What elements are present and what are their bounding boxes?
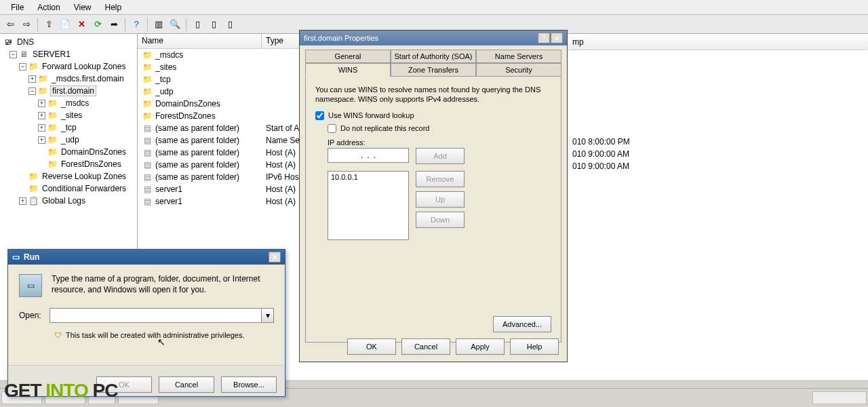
tree-zone1[interactable]: +📁_msdcs.first.domain	[0, 73, 137, 85]
menubar: File Action View Help	[0, 0, 868, 15]
refresh-icon[interactable]: ⟳	[90, 17, 105, 32]
tab-soa[interactable]: Start of Authority (SOA)	[391, 50, 476, 63]
run-desc: Type the name of a program, folder, docu…	[52, 274, 274, 297]
record-icon: ▤	[142, 172, 153, 182]
cancel-button[interactable]: Cancel	[159, 376, 214, 393]
up-icon[interactable]: ⇧	[41, 17, 56, 32]
list-item[interactable]: 010 9:00:00 AM	[568, 160, 867, 172]
apply-button[interactable]: Apply	[456, 338, 505, 355]
tab-wins[interactable]: WINS	[305, 63, 391, 77]
record-icon: ▤	[142, 148, 153, 157]
help-button[interactable]: Help	[510, 338, 559, 355]
tab-body: You can use WINS to resolve names not fo…	[305, 77, 561, 343]
chk-use-wins[interactable]: Use WINS forward lookup	[315, 111, 551, 120]
ip-label: IP address:	[328, 138, 551, 147]
folder-icon: 📁	[142, 50, 153, 60]
open-combo[interactable]: ▾	[50, 308, 274, 323]
tree-server[interactable]: −🖥SERVER1	[0, 48, 137, 60]
tree-fwd[interactable]: −📁Forward Lookup Zones	[0, 60, 137, 73]
record-icon: ▤	[142, 160, 153, 170]
ok-button[interactable]: OK	[347, 338, 396, 355]
browse-button[interactable]: Browse...	[221, 376, 277, 393]
menu-help[interactable]: Help	[98, 1, 129, 14]
cancel-button[interactable]: Cancel	[401, 338, 450, 355]
remove-button[interactable]: Remove	[416, 171, 465, 187]
ip-input[interactable]: ...	[328, 148, 409, 163]
folder-icon: 📁	[142, 111, 153, 121]
advanced-button[interactable]: Advanced...	[493, 316, 551, 332]
back-icon[interactable]: ⇦	[3, 17, 18, 32]
tree-sub-tcp[interactable]: +📁_tcp	[0, 121, 137, 134]
tree-rev[interactable]: 📁Reverse Lookup Zones	[0, 170, 137, 182]
properties-dialog: first.domain Properties ? ✕ General Star…	[299, 30, 568, 362]
list-item[interactable]: 010 8:00:00 PM	[568, 136, 867, 148]
up-button[interactable]: Up	[416, 191, 465, 208]
close-icon[interactable]: ✕	[551, 33, 563, 43]
tab-ns[interactable]: Name Servers	[476, 50, 561, 63]
down-button[interactable]: Down	[416, 212, 465, 228]
tree-sub-sites[interactable]: +📁_sites	[0, 109, 137, 121]
delete-icon[interactable]: ✕	[74, 17, 89, 32]
folder-icon: 📁	[142, 87, 153, 96]
tree-sub-udp[interactable]: +📁_udp	[0, 134, 137, 146]
tree-sub-fdns[interactable]: 📁ForestDnsZones	[0, 158, 137, 170]
col-name[interactable]: Name	[138, 34, 262, 48]
record-icon: ▤	[142, 185, 153, 194]
status-cell	[812, 391, 867, 404]
tree-root[interactable]: 🖳DNS	[0, 36, 137, 48]
record-icon: ▤	[142, 136, 153, 145]
tree-zone2[interactable]: −📁first.domain	[0, 85, 137, 97]
dialog-title: first.domain Properties ? ✕	[300, 31, 567, 45]
add-button[interactable]: Add	[416, 148, 465, 164]
close-icon[interactable]: ✕	[269, 252, 281, 263]
props-icon[interactable]: 📄	[58, 17, 73, 32]
col3-icon[interactable]: ▯	[222, 17, 237, 32]
record-icon: ▤	[142, 123, 153, 133]
tree-sub-ddns[interactable]: 📁DomainDnsZones	[0, 146, 137, 158]
folder-icon: 📁	[142, 75, 153, 84]
find-icon[interactable]: 🔍	[167, 17, 182, 32]
tab-security[interactable]: Security	[476, 63, 561, 77]
tree-cond[interactable]: 📁Conditional Forwarders	[0, 182, 137, 195]
export-icon[interactable]: ➦	[106, 17, 121, 32]
chevron-down-icon[interactable]: ▾	[261, 309, 273, 322]
help-icon[interactable]: ?	[129, 17, 144, 32]
watermark: GET INTO PC	[4, 380, 117, 402]
col-timestamp[interactable]: mp	[568, 35, 588, 50]
shield-icon: 🛡	[54, 331, 62, 339]
help-icon[interactable]: ?	[538, 33, 550, 43]
list-item[interactable]: 010 9:00:00 AM	[568, 148, 867, 160]
tree-sub-msdcs[interactable]: +📁_msdcs	[0, 97, 137, 109]
menu-file[interactable]: File	[4, 1, 31, 14]
record-icon: ▤	[142, 197, 153, 206]
run-dialog: ▭Run ✕ ▭ Type the name of a program, fol…	[7, 249, 285, 397]
col1-icon[interactable]: ▯	[190, 17, 205, 32]
right-column: mp 010 8:00:00 PM 010 9:00:00 AM 010 9:0…	[568, 35, 867, 172]
menu-view[interactable]: View	[67, 1, 98, 14]
run-icon: ▭	[19, 274, 42, 297]
fwd-icon[interactable]: ⇨	[19, 17, 34, 32]
col2-icon[interactable]: ▯	[206, 17, 221, 32]
wins-desc: You can use WINS to resolve names not fo…	[315, 85, 551, 104]
open-label: Open:	[19, 311, 41, 320]
cursor-icon: ↖	[157, 336, 165, 347]
menu-action[interactable]: Action	[31, 1, 66, 14]
tree-glob[interactable]: +📋Global Logs	[0, 195, 137, 207]
filter-icon[interactable]: ▥	[151, 17, 166, 32]
run-title: ▭Run ✕	[8, 250, 285, 265]
folder-icon: 📁	[142, 99, 153, 109]
ip-list[interactable]: 10.0.0.1	[328, 171, 409, 240]
folder-icon: 📁	[142, 62, 153, 72]
chk-no-replicate[interactable]: Do not replicate this record	[328, 124, 551, 133]
tab-zone-transfers[interactable]: Zone Transfers	[391, 63, 476, 77]
tab-general[interactable]: General	[305, 50, 391, 63]
